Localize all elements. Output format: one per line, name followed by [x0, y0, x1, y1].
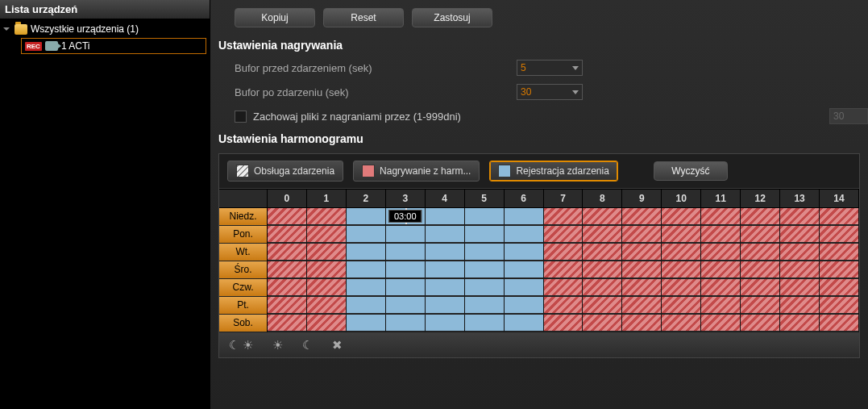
pre-buffer-select[interactable]: 5	[517, 60, 583, 76]
schedule-cell[interactable]	[426, 208, 465, 226]
schedule-cell[interactable]	[386, 226, 426, 244]
schedule-cell[interactable]	[780, 315, 820, 332]
schedule-cell[interactable]	[544, 297, 584, 315]
schedule-cell[interactable]	[544, 226, 584, 244]
schedule-cell[interactable]	[662, 208, 701, 226]
schedule-cell[interactable]	[426, 315, 465, 332]
schedule-cell[interactable]	[505, 279, 544, 297]
schedule-cell[interactable]	[662, 297, 701, 315]
post-buffer-select[interactable]: 30	[517, 84, 583, 100]
schedule-cell[interactable]	[544, 315, 584, 332]
schedule-cell[interactable]	[505, 208, 544, 226]
schedule-cell[interactable]: 03:00	[386, 208, 426, 226]
schedule-cell[interactable]	[426, 261, 465, 279]
schedule-cell[interactable]	[662, 261, 701, 279]
schedule-cell[interactable]	[386, 315, 426, 332]
schedule-cell[interactable]	[268, 208, 307, 226]
schedule-cell[interactable]	[780, 297, 820, 315]
schedule-cell[interactable]	[386, 261, 426, 279]
schedule-cell[interactable]	[347, 261, 386, 279]
schedule-cell[interactable]	[701, 261, 741, 279]
schedule-cell[interactable]	[268, 226, 307, 244]
schedule-cell[interactable]	[465, 244, 505, 261]
schedule-grid[interactable]: 01234567891011121314Niedz.03:00Pon.Wt.Śr…	[219, 189, 859, 332]
schedule-cell[interactable]	[780, 279, 820, 297]
schedule-cell[interactable]	[622, 297, 662, 315]
schedule-cell[interactable]	[622, 279, 662, 297]
schedule-cell[interactable]	[820, 208, 859, 226]
schedule-cell[interactable]	[662, 226, 701, 244]
schedule-cell[interactable]	[505, 244, 544, 261]
tree-root[interactable]: Wszystkie urządzenia (1)	[3, 23, 206, 35]
schedule-cell[interactable]	[701, 279, 741, 297]
mode-event-handling-button[interactable]: Obsługa zdarzenia	[227, 161, 343, 182]
schedule-cell[interactable]	[307, 279, 347, 297]
schedule-cell[interactable]	[347, 226, 386, 244]
schedule-cell[interactable]	[780, 208, 820, 226]
schedule-cell[interactable]	[583, 226, 622, 244]
schedule-cell[interactable]	[505, 297, 544, 315]
schedule-cell[interactable]	[268, 297, 307, 315]
schedule-cell[interactable]	[701, 244, 741, 261]
schedule-cell[interactable]	[622, 261, 662, 279]
apply-button[interactable]: Zastosuj	[412, 8, 492, 27]
schedule-cell[interactable]	[701, 315, 741, 332]
schedule-cell[interactable]	[662, 279, 701, 297]
schedule-cell[interactable]	[347, 244, 386, 261]
schedule-cell[interactable]	[622, 315, 662, 332]
schedule-cell[interactable]	[465, 226, 505, 244]
schedule-cell[interactable]	[505, 226, 544, 244]
schedule-cell[interactable]	[268, 315, 307, 332]
schedule-cell[interactable]	[465, 297, 505, 315]
schedule-cell[interactable]	[347, 208, 386, 226]
schedule-cell[interactable]	[741, 244, 780, 261]
schedule-cell[interactable]	[583, 261, 622, 279]
schedule-cell[interactable]	[662, 244, 701, 261]
schedule-cell[interactable]	[307, 244, 347, 261]
schedule-cell[interactable]	[741, 261, 780, 279]
schedule-cell[interactable]	[347, 279, 386, 297]
moon-icon[interactable]: ☾	[302, 338, 313, 353]
schedule-cell[interactable]	[544, 244, 584, 261]
schedule-cell[interactable]	[544, 279, 584, 297]
schedule-cell[interactable]	[820, 261, 859, 279]
schedule-cell[interactable]	[544, 208, 584, 226]
schedule-cell[interactable]	[583, 315, 622, 332]
schedule-cell[interactable]	[386, 244, 426, 261]
schedule-cell[interactable]	[622, 244, 662, 261]
x-icon[interactable]: ✖	[332, 338, 343, 353]
schedule-cell[interactable]	[583, 297, 622, 315]
keep-files-checkbox[interactable]	[235, 111, 247, 123]
schedule-cell[interactable]	[465, 208, 505, 226]
schedule-cell[interactable]	[820, 297, 859, 315]
schedule-cell[interactable]	[544, 261, 584, 279]
schedule-cell[interactable]	[741, 208, 780, 226]
schedule-cell[interactable]	[701, 208, 741, 226]
day-night-icon[interactable]: ☾ ☀	[229, 338, 253, 353]
mode-sched-record-button[interactable]: Nagrywanie z harm...	[353, 161, 480, 182]
schedule-cell[interactable]	[307, 208, 347, 226]
schedule-cell[interactable]	[780, 244, 820, 261]
schedule-cell[interactable]	[505, 261, 544, 279]
schedule-cell[interactable]	[268, 279, 307, 297]
schedule-cell[interactable]	[741, 315, 780, 332]
schedule-cell[interactable]	[820, 279, 859, 297]
tree-leaf-selected[interactable]: REC 1 ACTi	[21, 38, 206, 54]
schedule-cell[interactable]	[347, 315, 386, 332]
schedule-cell[interactable]	[701, 297, 741, 315]
schedule-cell[interactable]	[662, 315, 701, 332]
schedule-cell[interactable]	[465, 279, 505, 297]
reset-button[interactable]: Reset	[323, 8, 404, 27]
schedule-cell[interactable]	[583, 244, 622, 261]
schedule-cell[interactable]	[583, 279, 622, 297]
schedule-cell[interactable]	[583, 208, 622, 226]
schedule-cell[interactable]	[426, 297, 465, 315]
clear-button[interactable]: Wyczyść	[654, 161, 728, 181]
schedule-cell[interactable]	[386, 279, 426, 297]
schedule-cell[interactable]	[780, 226, 820, 244]
schedule-cell[interactable]	[741, 279, 780, 297]
schedule-cell[interactable]	[820, 244, 859, 261]
schedule-cell[interactable]	[307, 315, 347, 332]
schedule-cell[interactable]	[622, 226, 662, 244]
schedule-cell[interactable]	[465, 261, 505, 279]
